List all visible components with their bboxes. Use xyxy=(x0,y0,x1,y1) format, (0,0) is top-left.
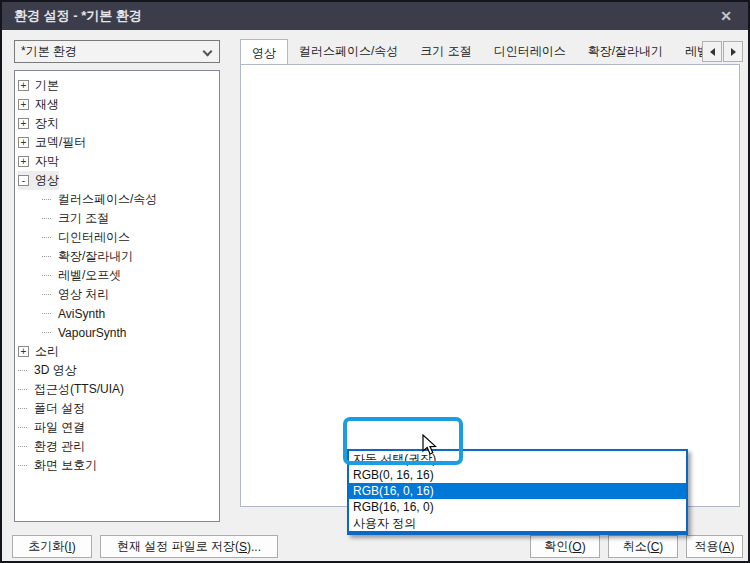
mouse-cursor-icon xyxy=(422,434,438,456)
tree-leaf-icon xyxy=(18,408,27,409)
expand-plus-icon[interactable] xyxy=(18,80,29,91)
titlebar[interactable]: 환경 설정 - *기본 환경 xyxy=(2,2,748,30)
arrow-right-icon xyxy=(731,48,736,56)
tree-item-device[interactable]: 장치 xyxy=(18,114,59,133)
tree-item-basic[interactable]: 기본 xyxy=(18,76,59,95)
preset-select[interactable]: *기본 환경 xyxy=(14,40,220,63)
tree-leaf-icon xyxy=(42,294,51,295)
tree-item-video-processing[interactable]: 영상 처리 xyxy=(42,285,109,304)
tab-resize[interactable]: 크기 조절 xyxy=(409,39,482,64)
tab-video[interactable]: 영상 xyxy=(240,39,288,64)
tree-leaf-icon xyxy=(42,237,51,238)
dropdown-option-custom[interactable]: 사용자 정의 xyxy=(349,515,686,531)
tab-colorspace[interactable]: 컬러스페이스/속성 xyxy=(288,39,409,64)
tree-item-level-offset[interactable]: 레벨/오프셋 xyxy=(42,266,121,285)
chevron-down-icon xyxy=(203,47,213,57)
cancel-button[interactable]: 취소(C) xyxy=(608,535,678,558)
reset-button[interactable]: 초기화(I) xyxy=(12,535,92,558)
apply-button[interactable]: 적용(A) xyxy=(686,535,743,558)
tree-item-file-association[interactable]: 파일 연결 xyxy=(18,418,85,437)
expand-plus-icon[interactable] xyxy=(18,137,29,148)
tab-expand-crop[interactable]: 확장/잘라내기 xyxy=(577,39,674,64)
expand-plus-icon[interactable] xyxy=(18,156,29,167)
dropdown-option-rgb-0-16-16[interactable]: RGB(0, 16, 16) xyxy=(349,467,686,483)
tree-item-playback[interactable]: 재생 xyxy=(18,95,59,114)
tree-item-vapoursynth[interactable]: VapourSynth xyxy=(42,323,127,342)
expand-plus-icon[interactable] xyxy=(18,118,29,129)
tree-leaf-icon xyxy=(42,332,51,333)
tree-item-resize[interactable]: 크기 조절 xyxy=(42,209,109,228)
save-profile-button[interactable]: 현재 설정 파일로 저장(S)... xyxy=(100,535,278,558)
dropdown-option-rgb-16-0-16[interactable]: RGB(16, 0, 16) xyxy=(349,483,686,499)
tab-content-panel xyxy=(240,64,740,507)
tree-item-screensaver[interactable]: 화면 보호기 xyxy=(18,456,97,475)
tab-strip: 영상 컬러스페이스/속성 크기 조절 디인터레이스 확장/잘라내기 레벨, xyxy=(240,40,723,64)
tree-leaf-icon xyxy=(42,275,51,276)
dropdown-option-rgb-16-16-0[interactable]: RGB(16, 16, 0) xyxy=(349,499,686,515)
collapse-minus-icon[interactable] xyxy=(18,175,29,186)
tree-item-accessibility[interactable]: 접근성(TTS/UIA) xyxy=(18,380,124,399)
tree-item-expand-crop[interactable]: 확장/잘라내기 xyxy=(42,247,133,266)
tree-item-folder-settings[interactable]: 폴더 설정 xyxy=(18,399,85,418)
tree-item-colorspace[interactable]: 컬러스페이스/속성 xyxy=(42,190,157,209)
window-title: 환경 설정 - *기본 환경 xyxy=(2,7,142,25)
close-icon[interactable] xyxy=(704,2,748,30)
settings-dialog: 환경 설정 - *기본 환경 *기본 환경 영상 컬러스페이스/속성 크기 조절… xyxy=(0,0,750,563)
tree-leaf-icon xyxy=(42,256,51,257)
tree-item-3d-video[interactable]: 3D 영상 xyxy=(18,361,77,380)
expand-plus-icon[interactable] xyxy=(18,346,29,357)
tree-leaf-icon xyxy=(42,199,51,200)
tree-item-codec-filter[interactable]: 코덱/필터 xyxy=(18,133,86,152)
tree-item-sound[interactable]: 소리 xyxy=(18,342,59,361)
tab-deinterlace[interactable]: 디인터레이스 xyxy=(483,39,577,64)
tree-item-avisynth[interactable]: AviSynth xyxy=(42,304,105,323)
tree-leaf-icon xyxy=(18,370,27,371)
ok-button[interactable]: 확인(O) xyxy=(530,535,600,558)
tree-item-subtitle[interactable]: 자막 xyxy=(18,152,59,171)
tab-scroll-left-button[interactable] xyxy=(702,41,722,62)
annotation-highlight-box xyxy=(343,417,463,465)
tree-leaf-icon xyxy=(18,446,27,447)
tree-leaf-icon xyxy=(18,427,27,428)
tree-item-env-management[interactable]: 환경 관리 xyxy=(18,437,85,456)
tree-leaf-icon xyxy=(18,465,27,466)
arrow-left-icon xyxy=(710,48,715,56)
tree-leaf-icon xyxy=(18,389,27,390)
tree-leaf-icon xyxy=(42,218,51,219)
tab-scroll-right-button[interactable] xyxy=(723,41,743,62)
tree-item-video[interactable]: 영상 xyxy=(18,171,59,190)
tree-leaf-icon xyxy=(42,313,51,314)
preset-value: *기본 환경 xyxy=(21,43,77,60)
expand-plus-icon[interactable] xyxy=(18,99,29,110)
tree-item-deinterlace[interactable]: 디인터레이스 xyxy=(42,228,130,247)
